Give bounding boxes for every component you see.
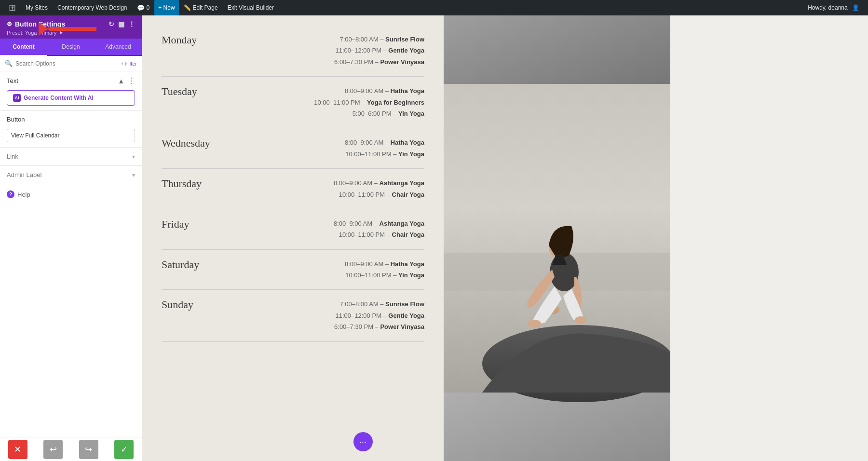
class-entry: 10:00–11:00 PM – Yoga for Beginners	[248, 97, 424, 108]
day-classes: 8:00–9:00 AM – Hatha Yoga10:00–11:00 PM …	[248, 85, 424, 119]
day-name: Saturday	[162, 258, 239, 271]
new-content-button[interactable]: + New	[154, 0, 178, 15]
class-entry: 6:00–7:30 PM – Power Vinyasa	[248, 56, 424, 68]
bottom-bar: ✕ ↩ ↪ ✓	[0, 437, 142, 461]
layout-icon[interactable]: ▦	[118, 20, 124, 28]
my-sites-label: My Sites	[26, 4, 48, 11]
sidebar-search-bar: 🔍 + Filter	[0, 56, 142, 71]
admin-label-header[interactable]: Admin Label ▾	[0, 166, 142, 184]
text-more-button[interactable]: ⋮	[127, 76, 135, 85]
day-classes: 7:00–8:00 AM – Sunrise Flow11:00–12:00 P…	[248, 298, 424, 332]
class-entry: 8:00–9:00 AM – Hatha Yoga	[248, 258, 424, 270]
cancel-button[interactable]: ✕	[8, 440, 27, 459]
schedule-row: Sunday7:00–8:00 AM – Sunrise Flow11:00–1…	[162, 290, 424, 341]
day-classes: 7:00–8:00 AM – Sunrise Flow11:00–12:00 P…	[248, 34, 424, 68]
link-chevron-icon: ▾	[132, 153, 135, 160]
edit-page-label: Edit Page	[193, 4, 218, 11]
main-layout: ⚙ Button Settings ↻ ▦ ⋮ Preset: Yoga Pri…	[0, 15, 868, 461]
class-entry: 8:00–9:00 AM – Ashtanga Yoga	[248, 218, 424, 229]
undo-button[interactable]: ↩	[43, 440, 63, 459]
class-entry: 8:00–9:00 AM – Hatha Yoga	[248, 137, 424, 148]
text-section-header: Text ▲ ⋮	[0, 71, 142, 88]
search-icon: 🔍	[5, 60, 13, 67]
text-collapse-button[interactable]: ▲	[118, 77, 124, 85]
wp-logo-icon: ⊞	[9, 2, 16, 13]
class-entry: 5:00–6:00 PM – Yin Yoga	[248, 108, 424, 119]
my-sites-menu[interactable]: My Sites	[21, 0, 53, 15]
button-section-title: Button	[7, 116, 135, 123]
filter-button[interactable]: + Filter	[121, 61, 137, 67]
save-button[interactable]: ✓	[114, 440, 134, 459]
refresh-icon[interactable]: ↻	[108, 20, 114, 28]
fab-dots-icon: ···	[359, 437, 366, 447]
admin-bar-right: Howdy, deanna 👤	[803, 4, 864, 11]
comments-link[interactable]: 💬 0	[132, 0, 155, 15]
more-icon[interactable]: ⋮	[128, 20, 135, 28]
exit-builder-label: Exit Visual Builder	[228, 4, 274, 11]
svg-point-7	[575, 316, 586, 324]
preset-line: Preset: Yoga Primary	[7, 30, 135, 36]
link-section-header[interactable]: Link ▾	[0, 148, 142, 165]
class-entry: 8:00–9:00 AM – Ashtanga Yoga	[248, 177, 424, 189]
admin-label-title: Admin Label	[7, 171, 132, 178]
day-name: Tuesday	[162, 85, 239, 98]
help-icon: ?	[7, 190, 14, 198]
admin-label-chevron-icon: ▾	[132, 172, 135, 178]
button-section: Button	[0, 110, 142, 147]
site-name-label: Contemporary Web Design	[57, 4, 127, 11]
button-section-header: Button	[0, 111, 142, 126]
new-label: + New	[158, 4, 175, 11]
link-section: Link ▾	[0, 147, 142, 165]
schedule-row: Wednesday8:00–9:00 AM – Hatha Yoga10:00–…	[162, 128, 424, 169]
generate-ai-button[interactable]: AI Generate Content With AI	[7, 90, 135, 106]
wp-logo-item[interactable]: ⊞	[4, 0, 21, 15]
sidebar: ⚙ Button Settings ↻ ▦ ⋮ Preset: Yoga Pri…	[0, 15, 142, 461]
avatar[interactable]: 👤	[852, 4, 859, 11]
button-text-input[interactable]	[7, 129, 135, 142]
schedule-row: Saturday8:00–9:00 AM – Hatha Yoga10:00–1…	[162, 250, 424, 290]
sidebar-title: ⚙ Button Settings ↻ ▦ ⋮	[7, 20, 135, 28]
schedule-row: Monday7:00–8:00 AM – Sunrise Flow11:00–1…	[162, 25, 424, 77]
exit-builder-link[interactable]: Exit Visual Builder	[223, 0, 279, 15]
sidebar-spacer	[0, 205, 142, 437]
yoga-photo	[444, 15, 670, 461]
class-entry: 11:00–12:00 PM – Gentle Yoga	[248, 310, 424, 321]
photo-panel	[444, 15, 670, 461]
day-name: Monday	[162, 34, 239, 46]
comments-count: 0	[147, 4, 150, 11]
day-name: Thursday	[162, 177, 239, 190]
text-section: Text ▲ ⋮ AI Generate Content With AI	[0, 71, 142, 110]
help-label: Help	[17, 191, 30, 198]
right-edge-panel	[670, 15, 868, 461]
tab-advanced[interactable]: Advanced	[95, 39, 142, 56]
schedule-table: Monday7:00–8:00 AM – Sunrise Flow11:00–1…	[162, 25, 424, 342]
builder-fab-button[interactable]: ···	[353, 432, 373, 451]
preset-chevron	[60, 31, 63, 34]
redo-button[interactable]: ↪	[79, 440, 98, 459]
day-classes: 8:00–9:00 AM – Hatha Yoga10:00–11:00 PM …	[248, 137, 424, 160]
settings-icon: ⚙	[7, 21, 12, 27]
day-name: Wednesday	[162, 137, 239, 149]
day-name: Sunday	[162, 298, 239, 311]
day-classes: 8:00–9:00 AM – Ashtanga Yoga10:00–11:00 …	[248, 177, 424, 200]
class-entry: 10:00–11:00 PM – Chair Yoga	[248, 229, 424, 240]
howdy-text: Howdy, deanna 👤	[803, 4, 864, 11]
tab-design[interactable]: Design	[47, 39, 95, 56]
comment-icon: 💬	[137, 4, 145, 12]
day-name: Friday	[162, 218, 239, 230]
svg-point-6	[528, 320, 541, 327]
class-entry: 10:00–11:00 PM – Yin Yoga	[248, 270, 424, 281]
page-content: Monday7:00–8:00 AM – Sunrise Flow11:00–1…	[142, 15, 868, 461]
tab-content[interactable]: Content	[0, 39, 47, 56]
day-classes: 8:00–9:00 AM – Hatha Yoga10:00–11:00 PM …	[248, 258, 424, 281]
admin-bar: ⊞ My Sites Contemporary Web Design 💬 0 +…	[0, 0, 868, 15]
button-field-group	[0, 126, 142, 147]
help-section: ? Help	[0, 184, 142, 205]
site-name-link[interactable]: Contemporary Web Design	[53, 0, 132, 15]
schedule-panel: Monday7:00–8:00 AM – Sunrise Flow11:00–1…	[142, 15, 444, 461]
preset-label: Preset: Yoga Primary	[7, 30, 56, 36]
main-content: Monday7:00–8:00 AM – Sunrise Flow11:00–1…	[142, 15, 868, 461]
edit-page-link[interactable]: ✏️ Edit Page	[179, 0, 223, 15]
search-input[interactable]	[15, 60, 118, 67]
schedule-row: Friday8:00–9:00 AM – Ashtanga Yoga10:00–…	[162, 209, 424, 250]
